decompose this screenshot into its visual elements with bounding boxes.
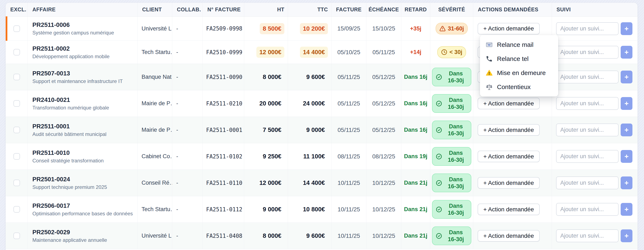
due-date-cell: 05/12/25 [366, 64, 401, 90]
add-suivi-button[interactable]: + [621, 124, 632, 136]
action-dropdown-menu: ERelance mailRelance telMise en demeureC… [480, 35, 558, 96]
action-demandee-button[interactable]: + Action demandée [478, 204, 540, 215]
suivi-input[interactable] [556, 124, 618, 136]
ht-cell: 7 500€ [244, 117, 288, 143]
row-checkbox[interactable] [14, 206, 20, 213]
table-row: PR2502-0029 Maintenance applicative annu… [6, 223, 638, 249]
svg-text:E: E [488, 43, 490, 46]
affaire-ref: PR2507-0013 [32, 70, 70, 77]
actions-cell: + Action demandée [473, 196, 552, 223]
ht-amount: 8 500€ [260, 23, 284, 34]
actions-cell: + Action demandée [473, 223, 552, 249]
affaire-description: Audit sécurité bâtiment municipal [32, 131, 106, 137]
ttc-cell: 9 600€ [288, 64, 332, 90]
table-header-row: EXCL.AFFAIRECLIENTCOLLAB.N° FACTUREHTTTC… [6, 3, 638, 16]
ttc-amount: 9 600€ [303, 230, 328, 242]
severity-cell: Dans 16-30j [430, 117, 473, 143]
menu-item-label: Relance mail [497, 41, 533, 48]
row-checkbox[interactable] [14, 25, 20, 32]
ttc-cell: 9 000€ [288, 117, 332, 143]
add-suivi-button[interactable]: + [621, 71, 632, 83]
collab-cell: - [172, 16, 203, 40]
suivi-input[interactable] [556, 46, 618, 59]
ttc-amount: 9 600€ [303, 71, 328, 83]
add-suivi-button[interactable]: + [621, 150, 632, 163]
ttc-amount: 14 400€ [300, 47, 328, 58]
invoice-date-cell: 05/11/25 [332, 64, 366, 90]
invoice-number-cell: FA2511-0110 [203, 170, 244, 196]
suivi-input[interactable] [556, 97, 618, 110]
suivi-input[interactable] [556, 177, 618, 189]
column-header-suivi: SUIVI [552, 3, 638, 16]
column-header-ht: HT [244, 3, 288, 16]
suivi-cell: + [552, 223, 638, 249]
affaire-ref: PR2501-0024 [32, 176, 70, 183]
add-suivi-button[interactable]: + [621, 203, 632, 216]
suivi-input[interactable] [556, 203, 618, 216]
severity-cell: < 30j [430, 41, 473, 64]
affaire-cell: PR2507-0013 Support et maintenance infra… [28, 64, 138, 90]
row-checkbox[interactable] [14, 127, 20, 133]
ttc-amount: 14 400€ [300, 177, 328, 189]
warning-icon [486, 69, 493, 76]
add-suivi-button[interactable]: + [621, 97, 632, 110]
severity-cell: 31-60j [430, 16, 473, 40]
row-checkbox[interactable] [14, 100, 20, 107]
collab-cell: - [172, 170, 203, 196]
menu-item-contentieux[interactable]: Contentieux [480, 80, 558, 94]
menu-item-mise-en-demeure[interactable]: Mise en demeure [480, 66, 558, 80]
row-checkbox[interactable] [14, 233, 20, 239]
column-header-facture: FACTURE [332, 3, 366, 16]
client-cell: Université L… [138, 16, 172, 40]
action-demandee-button[interactable]: + Action demandée [478, 151, 540, 162]
row-checkbox[interactable] [14, 180, 20, 186]
retard-value: Dans 21j [404, 233, 427, 239]
action-demandee-button[interactable]: + Action demandée [478, 98, 540, 109]
menu-item-relance-mail[interactable]: ERelance mail [480, 38, 558, 52]
due-date-cell: 10/12/25 [366, 170, 401, 196]
check-circle-icon [436, 127, 442, 133]
add-suivi-button[interactable]: + [621, 177, 632, 189]
severity-badge: Dans 16-30j [432, 227, 471, 245]
retard-cell: Dans 21j [401, 223, 430, 249]
table-row: PR2511-0001 Audit sécurité bâtiment muni… [6, 117, 638, 143]
table-row: PR2506-0017 Optimisation performance bas… [6, 196, 638, 223]
check-circle-icon [436, 233, 442, 239]
retard-value: +35j [410, 25, 421, 32]
row-checkbox[interactable] [14, 74, 20, 80]
ttc-cell: 14 400€ [288, 41, 332, 64]
severity-badge: Dans 16-30j [432, 94, 471, 113]
row-checkbox[interactable] [14, 153, 20, 160]
affaire-cell: PR2501-0024 Support technique premium 20… [28, 170, 138, 196]
client-cell: Tech Startu… [138, 41, 172, 64]
table-row: PR2501-0024 Support technique premium 20… [6, 170, 638, 196]
excl-cell [6, 117, 28, 143]
suivi-input[interactable] [556, 22, 618, 35]
add-suivi-button[interactable]: + [621, 230, 632, 242]
affaire-ref: PR2502-0029 [32, 229, 70, 236]
affaire-cell: PR2511-0001 Audit sécurité bâtiment muni… [28, 117, 138, 143]
add-suivi-button[interactable]: + [621, 46, 632, 59]
excl-cell [6, 223, 28, 249]
action-demandee-button[interactable]: + Action demandée [478, 124, 540, 136]
suivi-cell: + [552, 170, 638, 196]
suivi-input[interactable] [556, 230, 618, 242]
row-checkbox[interactable] [14, 49, 20, 55]
ht-cell: 8 500€ [244, 16, 288, 40]
action-demandee-button[interactable]: + Action demandée [478, 230, 540, 242]
column-header-client: CLIENT [138, 3, 172, 16]
column-header-affaire: AFFAIRE [28, 3, 138, 16]
action-demandee-button[interactable]: + Action demandée [478, 177, 540, 189]
action-demandee-button[interactable]: + Action demandée [478, 23, 540, 34]
suivi-input[interactable] [556, 71, 618, 83]
invoice-number-cell: FA2510-0999 [203, 41, 244, 64]
check-circle-icon [436, 74, 442, 80]
client-cell: Mairie de P… [138, 90, 172, 117]
add-suivi-button[interactable]: + [621, 22, 632, 35]
collab-cell: - [172, 90, 203, 117]
menu-item-relance-tel[interactable]: Relance tel [480, 52, 558, 66]
affaire-description: Système gestion campus numérique [32, 30, 114, 36]
ht-cell: 9 250€ [244, 143, 288, 170]
suivi-input[interactable] [556, 150, 618, 163]
invoice-date-cell: 10/11/25 [332, 223, 366, 249]
